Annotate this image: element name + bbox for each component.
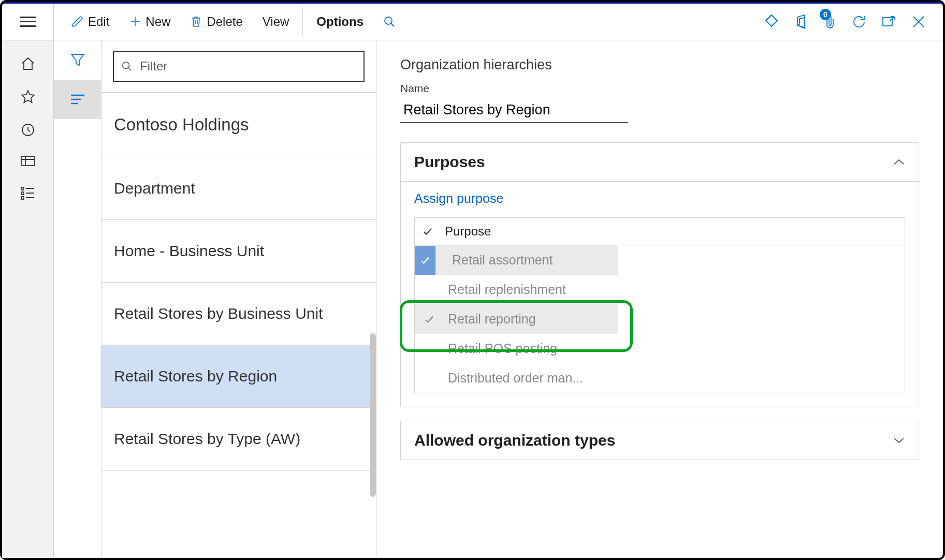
purposes-table-wrap: Purpose Retail assortment Retail reple (414, 217, 905, 393)
hierarchy-list[interactable]: Contoso Holdings Department Home - Busin… (101, 92, 376, 558)
purpose-row[interactable]: Retail POS posting (415, 334, 618, 363)
filter-tab-icon[interactable] (54, 40, 101, 80)
toolbar-separator (302, 7, 303, 36)
trash-icon (190, 15, 202, 28)
delete-button[interactable]: Delete (182, 4, 251, 40)
page-title: Organization hierarchies (400, 57, 919, 73)
scrollbar-thumb[interactable] (370, 333, 376, 497)
new-label: New (146, 14, 170, 29)
allowed-types-title: Allowed organization types (414, 432, 615, 449)
purpose-column-label: Purpose (445, 224, 491, 239)
allowed-types-header[interactable]: Allowed organization types (401, 421, 919, 460)
view-button[interactable]: View (254, 4, 298, 40)
purpose-row-label: Retail POS posting (448, 341, 557, 356)
purpose-row-label: Distributed order man... (448, 371, 583, 386)
purpose-row-label: Retail assortment (452, 253, 553, 268)
purposes-header[interactable]: Purposes (401, 143, 919, 181)
recent-icon[interactable] (20, 122, 36, 138)
chevron-down-icon (893, 436, 905, 445)
refresh-icon[interactable] (852, 14, 866, 29)
workspace-icon[interactable] (20, 155, 36, 169)
allowed-types-card: Allowed organization types (400, 421, 919, 460)
attach-icon[interactable]: 0 (824, 14, 836, 30)
list-item[interactable]: Department (101, 157, 376, 220)
office-icon[interactable] (795, 14, 808, 30)
popout-icon[interactable] (882, 16, 896, 28)
purposes-table-header: Purpose (415, 218, 905, 245)
purpose-row[interactable]: Retail assortment (415, 245, 618, 275)
delete-label: Delete (207, 14, 242, 29)
pencil-icon (71, 16, 84, 28)
list-tab-icon[interactable] (54, 80, 101, 119)
purpose-row[interactable]: Distributed order man... (415, 363, 618, 393)
svg-rect-1 (883, 18, 892, 26)
filter-box[interactable] (113, 51, 365, 82)
dynamics-icon[interactable] (764, 14, 779, 30)
purpose-row-label: Retail reporting (448, 312, 536, 327)
row-check-icon (415, 246, 435, 275)
hamburger-icon[interactable] (20, 17, 36, 27)
top-toolbar: Edit New Delete View Options (2, 2, 943, 40)
purposes-body: Assign purpose Purpose (401, 181, 919, 407)
svg-point-7 (123, 62, 129, 69)
left-nav-rail (2, 40, 54, 558)
nav-toggle-wrap (2, 4, 54, 40)
row-check-icon (422, 314, 437, 325)
plus-icon (129, 16, 141, 28)
filter-input[interactable] (139, 58, 356, 74)
toolbar-search-button[interactable] (375, 4, 404, 40)
filter-search-icon (121, 61, 133, 72)
svg-point-0 (385, 17, 392, 24)
side-panel-tabs (54, 40, 101, 558)
close-icon[interactable] (912, 15, 925, 28)
assign-purpose-link[interactable]: Assign purpose (414, 191, 503, 206)
app-body: Contoso Holdings Department Home - Busin… (2, 40, 943, 558)
options-label: Options (316, 14, 364, 29)
purpose-row[interactable]: Retail reporting (415, 304, 618, 334)
toolbar-left: Edit New Delete View Options (54, 4, 764, 40)
star-icon[interactable] (20, 89, 36, 105)
detail-pane: Organization hierarchies Name Purposes A… (376, 40, 943, 558)
attach-badge: 0 (820, 9, 831, 20)
options-button[interactable]: Options (308, 4, 372, 40)
check-column-icon (422, 226, 433, 237)
purpose-row[interactable]: Retail replenishment (415, 275, 618, 304)
side-panel: Contoso Holdings Department Home - Busin… (54, 40, 376, 558)
list-item-selected[interactable]: Retail Stores by Region (101, 345, 376, 408)
search-icon (383, 16, 396, 28)
purposes-card: Purposes Assign purpose Purpo (400, 142, 919, 407)
purposes-title: Purposes (414, 153, 485, 171)
svg-rect-3 (21, 156, 35, 166)
svg-rect-5 (21, 192, 24, 195)
home-icon[interactable] (20, 56, 36, 71)
hierarchy-list-area: Contoso Holdings Department Home - Busin… (101, 40, 376, 558)
list-item[interactable]: Retail Stores by Business Unit (101, 283, 376, 345)
new-button[interactable]: New (121, 4, 179, 40)
edit-button[interactable]: Edit (63, 4, 118, 40)
edit-label: Edit (88, 14, 109, 29)
modules-icon[interactable] (20, 186, 36, 200)
app-window: Edit New Delete View Options (0, 0, 945, 560)
svg-rect-4 (21, 187, 24, 190)
list-item[interactable]: Retail Stores by Type (AW) (101, 408, 376, 470)
list-item[interactable]: Home - Business Unit (101, 220, 376, 283)
name-field-input[interactable] (400, 98, 628, 123)
view-label: View (263, 14, 289, 29)
list-item[interactable]: Contoso Holdings (101, 92, 376, 157)
name-field-label: Name (400, 82, 919, 95)
svg-rect-6 (21, 197, 24, 199)
chevron-up-icon (893, 158, 905, 166)
purpose-row-label: Retail replenishment (448, 282, 566, 297)
purposes-table: Purpose Retail assortment Retail reple (414, 217, 905, 393)
toolbar-right: 0 (764, 14, 938, 30)
